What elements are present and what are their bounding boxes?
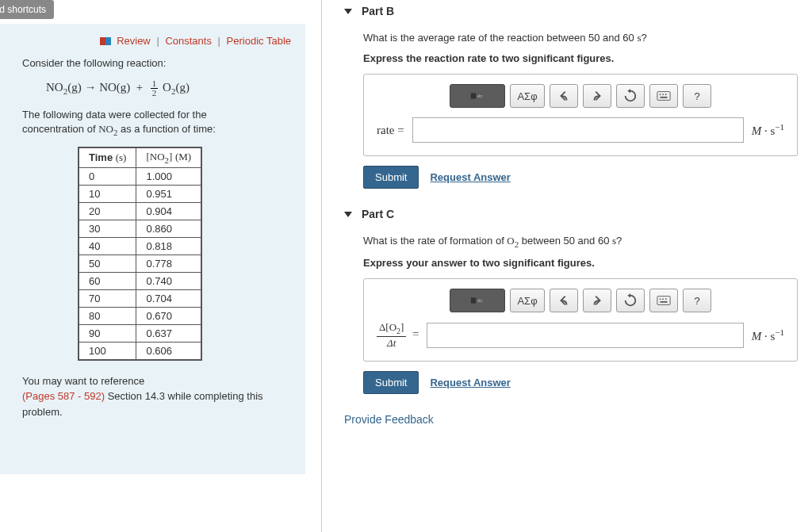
- legend-icon: [100, 36, 111, 48]
- svg-point-12: [665, 299, 667, 300]
- table-row: 700.704: [79, 289, 201, 307]
- svg-rect-9: [657, 297, 670, 305]
- part-c-input[interactable]: [427, 323, 743, 348]
- part-b-instruction: Express the reaction rate to two signifi…: [363, 51, 798, 67]
- part-c-answer-box: √□ ΑΣφ ? Δ[O2] Δt = M: [363, 278, 798, 362]
- svg-text:√□: √□: [477, 94, 482, 98]
- answer-panel: Part B What is the average rate of the r…: [321, 0, 812, 532]
- part-b-request-answer[interactable]: Request Answer: [430, 171, 510, 183]
- svg-point-10: [660, 299, 661, 300]
- svg-rect-2: [657, 92, 670, 101]
- keyboard-tool[interactable]: [649, 84, 678, 108]
- table-row: 500.778: [79, 255, 201, 272]
- rate-label: rate =: [377, 124, 404, 137]
- table-row: 200.904: [79, 202, 201, 220]
- part-c-request-answer[interactable]: Request Answer: [430, 377, 510, 388]
- svg-rect-6: [661, 97, 668, 98]
- chevron-down-icon: [344, 212, 352, 217]
- svg-rect-0: [471, 93, 476, 98]
- periodic-table-link[interactable]: Periodic Table: [227, 35, 291, 47]
- keyboard-shortcuts-badge[interactable]: oard shortcuts: [0, 0, 54, 19]
- reset-tool[interactable]: [616, 289, 645, 312]
- table-row: 01.000: [79, 167, 201, 185]
- problem-panel: oard shortcuts Review | Constants | Peri…: [0, 24, 305, 474]
- part-b-submit-button[interactable]: Submit: [363, 166, 419, 189]
- left-header-links: Review | Constants | Periodic Table: [22, 35, 291, 48]
- table-row: 300.860: [79, 220, 201, 237]
- table-row: 100.951: [79, 185, 201, 202]
- greek-tool[interactable]: ΑΣφ: [510, 84, 545, 108]
- col-time: Time (s): [79, 147, 136, 167]
- svg-point-3: [660, 94, 661, 95]
- table-row: 600.740: [79, 272, 201, 289]
- part-c-instruction: Express your answer to two significant f…: [363, 255, 798, 271]
- undo-tool[interactable]: [550, 289, 578, 312]
- part-b-prompt: What is the average rate of the reaction…: [363, 30, 798, 46]
- part-b-units: M · s−1: [752, 122, 784, 138]
- svg-point-11: [662, 299, 664, 300]
- template-tool[interactable]: √□: [450, 289, 505, 312]
- part-c-submit-button[interactable]: Submit: [363, 371, 419, 394]
- svg-point-4: [662, 94, 664, 95]
- keyboard-tool[interactable]: [649, 289, 678, 312]
- part-b-answer-box: √□ ΑΣφ ? rate = M · s−1: [363, 74, 798, 156]
- part-b-toolbar: √□ ΑΣφ ?: [377, 84, 784, 108]
- redo-tool[interactable]: [583, 84, 611, 108]
- part-c-toolbar: √□ ΑΣφ ?: [377, 289, 784, 312]
- delta-label: Δ[O2] Δt =: [377, 322, 419, 348]
- svg-text:√□: √□: [477, 300, 482, 304]
- table-row: 400.818: [79, 237, 201, 255]
- template-tool[interactable]: √□: [450, 84, 505, 108]
- review-link[interactable]: Review: [117, 35, 151, 47]
- part-b-input[interactable]: [412, 117, 744, 143]
- help-tool[interactable]: ?: [683, 84, 711, 108]
- constants-link[interactable]: Constants: [165, 35, 212, 47]
- table-row: 900.637: [79, 324, 201, 342]
- part-c-header[interactable]: Part C: [344, 208, 798, 220]
- undo-tool[interactable]: [550, 84, 578, 108]
- redo-tool[interactable]: [583, 289, 611, 312]
- reaction-equation: NO2(g) → NO(g) + 12 O2(g): [46, 78, 291, 99]
- help-tool[interactable]: ?: [683, 289, 711, 312]
- greek-tool[interactable]: ΑΣφ: [510, 289, 545, 312]
- part-c-prompt: What is the rate of formation of O2 betw…: [363, 233, 798, 251]
- table-row: 800.670: [79, 307, 201, 324]
- intro-text: Consider the following reaction:: [22, 55, 291, 71]
- reset-tool[interactable]: [616, 84, 645, 108]
- table-row: 1000.606: [79, 342, 201, 360]
- part-b-header[interactable]: Part B: [344, 5, 798, 17]
- col-conc: [NO2] (M): [136, 147, 201, 167]
- chevron-down-icon: [344, 9, 352, 14]
- part-c-units: M · s−1: [752, 327, 784, 343]
- svg-rect-13: [661, 301, 668, 303]
- provide-feedback-link[interactable]: Provide Feedback: [344, 413, 798, 426]
- svg-rect-7: [471, 298, 476, 304]
- data-table: Time (s) [NO2] (M) 01.000100.951200.9043…: [78, 147, 202, 361]
- reference-text: You may want to reference (Pages 587 - 5…: [22, 373, 291, 420]
- svg-point-5: [665, 94, 667, 95]
- data-description: The following data were collected for th…: [22, 108, 291, 139]
